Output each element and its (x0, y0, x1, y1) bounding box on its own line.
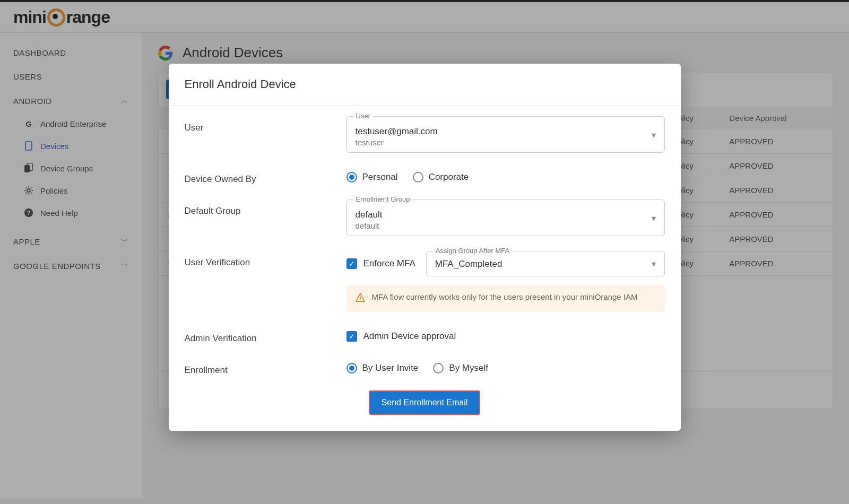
caret-down-icon: ▾ (652, 129, 656, 140)
owned-by-label: Device Owned By (185, 168, 346, 185)
radio-invite-label: By User Invite (362, 363, 419, 373)
user-label: User (185, 116, 346, 133)
enforce-mfa-label: Enforce MFA (363, 258, 415, 269)
warning-icon (355, 292, 366, 305)
radio-indicator-icon (413, 172, 423, 183)
svg-point-7 (360, 300, 361, 301)
mfa-float-label: Assign Group After MFA (433, 247, 512, 255)
caret-down-icon: ▾ (652, 259, 656, 269)
enrollment-label: Enrollment (185, 359, 346, 376)
caret-down-icon: ▾ (652, 213, 656, 223)
mfa-warning-alert: MFA flow currently works only for the us… (346, 285, 665, 312)
radio-indicator-icon (433, 363, 444, 373)
send-enrollment-email-button[interactable]: Send Enrollment Email (369, 390, 481, 415)
user-float-label: User (353, 112, 373, 120)
checkbox-checked-icon: ✓ (346, 258, 357, 269)
mfa-group-select[interactable]: Assign Group After MFA MFA_Completed ▾ (426, 251, 665, 276)
user-select[interactable]: User testuser@gmail.com testuser ▾ (346, 116, 665, 153)
user-email: testuser@gmail.com (356, 126, 656, 137)
radio-indicator-icon (346, 363, 357, 373)
enroll-device-modal: Enroll Android Device User User testuser… (169, 64, 681, 431)
group-primary: default (356, 210, 656, 220)
radio-personal[interactable]: Personal (346, 172, 398, 183)
enforce-mfa-checkbox[interactable]: ✓ Enforce MFA (346, 251, 415, 269)
radio-corporate[interactable]: Corporate (413, 172, 469, 183)
radio-by-myself[interactable]: By Myself (433, 363, 488, 373)
admin-approval-label: Admin Device approval (363, 331, 456, 342)
checkbox-checked-icon: ✓ (346, 331, 357, 342)
mfa-group-value: MFA_Completed (435, 259, 656, 270)
radio-personal-label: Personal (362, 172, 398, 183)
enrollment-group-select[interactable]: Enrollment Group default default ▾ (346, 199, 665, 236)
user-name: testuser (356, 138, 656, 147)
group-secondary: default (356, 221, 656, 230)
user-verification-label: User Verification (185, 251, 346, 268)
mfa-warning-text: MFA flow currently works only for the us… (372, 292, 638, 301)
radio-myself-label: By Myself (449, 363, 488, 373)
radio-by-invite[interactable]: By User Invite (346, 363, 419, 373)
admin-verification-label: Admin Verification (185, 327, 346, 344)
default-group-label: Default Group (185, 199, 346, 216)
modal-overlay[interactable]: Enroll Android Device User User testuser… (0, 0, 849, 504)
modal-title: Enroll Android Device (169, 64, 681, 106)
group-float-label: Enrollment Group (353, 195, 413, 203)
radio-indicator-icon (346, 172, 357, 183)
admin-approval-checkbox[interactable]: ✓ Admin Device approval (346, 331, 665, 342)
radio-corporate-label: Corporate (429, 172, 469, 183)
